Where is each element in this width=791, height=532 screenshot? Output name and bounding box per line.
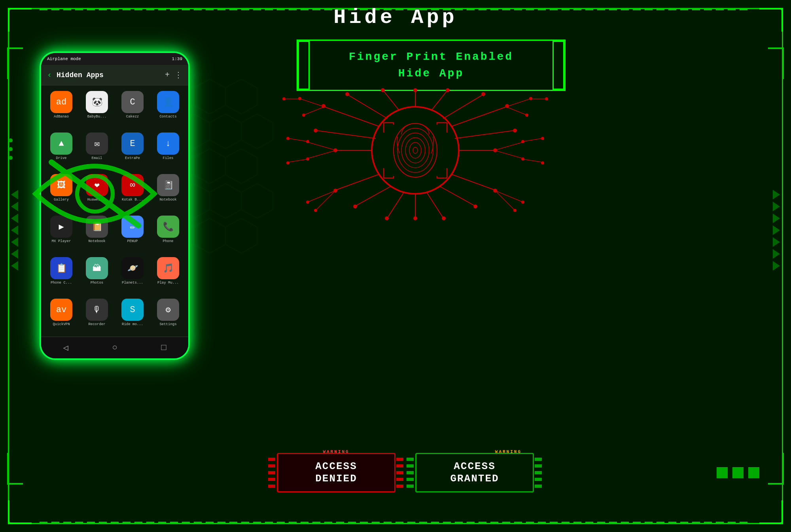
access-denied-badge: WARNING ACCESS DENIED — [277, 453, 396, 492]
app-item[interactable]: CCakezz — [115, 89, 149, 129]
app-name: Settings — [153, 322, 184, 326]
app-item[interactable]: adAdBanao — [44, 89, 78, 129]
svg-point-78 — [314, 209, 317, 212]
back-icon[interactable]: ‹ — [47, 70, 52, 80]
svg-line-81 — [495, 191, 514, 210]
svg-line-29 — [348, 95, 388, 119]
app-name: Photos — [81, 281, 112, 285]
app-icon: ↓ — [157, 133, 179, 155]
app-icon: 📓 — [157, 174, 179, 196]
svg-point-76 — [306, 201, 309, 204]
svg-point-88 — [541, 137, 544, 140]
svg-point-26 — [381, 88, 385, 92]
svg-line-71 — [427, 193, 443, 218]
svg-point-92 — [282, 97, 286, 100]
denied-warning-label: WARNING — [320, 449, 352, 455]
app-icon: ❤ — [86, 174, 108, 196]
svg-line-45 — [506, 99, 530, 107]
app-name: QuickVPN — [46, 322, 77, 326]
app-name: Email — [81, 156, 112, 160]
app-item[interactable]: 🎙Recorder — [80, 296, 114, 336]
svg-line-57 — [494, 142, 522, 150]
svg-point-82 — [513, 209, 517, 212]
app-item[interactable]: 🖼Gallery — [44, 172, 78, 212]
frame-bracket-right-bottom — [768, 453, 784, 485]
svg-line-87 — [522, 138, 542, 142]
app-name: Notebook — [153, 198, 184, 202]
nav-home[interactable]: ○ — [112, 343, 117, 353]
svg-line-65 — [356, 186, 392, 206]
app-icon: 👤 — [157, 91, 179, 113]
granted-text: ACCESS GRANTED — [450, 460, 499, 485]
app-item[interactable]: ↓Files — [151, 130, 185, 170]
app-icon: 🎙 — [86, 299, 108, 321]
app-icon: 🏔 — [86, 257, 108, 279]
app-icon: S — [121, 299, 144, 321]
svg-line-85 — [289, 159, 308, 162]
app-item[interactable]: ❤Huawei... — [80, 172, 114, 212]
app-item[interactable]: ∞Kotak B... — [115, 172, 149, 212]
app-item[interactable]: 🏔Photos — [80, 255, 114, 295]
svg-point-84 — [286, 137, 290, 140]
app-icon: ⚙ — [157, 299, 179, 321]
status-right: 1:39 — [172, 57, 182, 61]
app-name: BabyBu... — [81, 115, 112, 119]
app-item[interactable]: EExtraPe — [115, 130, 149, 170]
nav-back[interactable]: ◁ — [63, 343, 68, 353]
app-icon: ▶ — [50, 216, 72, 238]
app-item[interactable]: 👤Contacts — [151, 89, 185, 129]
svg-line-83 — [289, 138, 308, 142]
svg-point-22 — [413, 147, 418, 153]
app-name: Files — [153, 156, 184, 160]
app-item[interactable]: avQuickVPN — [44, 296, 78, 336]
svg-line-37 — [316, 131, 376, 138]
denied-left-deco — [268, 456, 276, 489]
app-item[interactable]: ⚙Settings — [151, 296, 185, 336]
app-item[interactable]: 📔Notebook — [80, 213, 114, 253]
svg-point-18 — [397, 128, 433, 172]
menu-button[interactable]: ⋮ — [174, 70, 182, 80]
app-icon: ▲ — [50, 133, 72, 155]
granted-right-deco — [535, 456, 543, 489]
svg-line-31 — [443, 95, 483, 119]
status-left: Airplane mode — [47, 57, 81, 61]
svg-point-44 — [302, 114, 305, 117]
add-button[interactable]: + — [165, 70, 170, 80]
app-name: Ride mo... — [117, 322, 148, 326]
app-item[interactable]: SRide mo... — [115, 296, 149, 336]
app-icon: av — [50, 299, 72, 321]
phone-title-bar: ‹ Hidden Apps + ⋮ — [41, 65, 188, 85]
nav-recent[interactable]: □ — [161, 343, 166, 353]
app-name: PENUP — [117, 239, 148, 243]
app-item[interactable]: 🎵Play Mu... — [151, 255, 185, 295]
svg-line-77 — [316, 191, 335, 210]
app-icon: 🖼 — [50, 174, 72, 196]
svg-line-33 — [324, 107, 380, 127]
phone-mockup: Airplane mode 1:39 ‹ Hidden Apps + ⋮ adA… — [40, 51, 190, 360]
app-item[interactable]: ▲Drive — [44, 130, 78, 170]
svg-line-35 — [451, 107, 506, 127]
svg-point-72 — [442, 216, 446, 220]
app-name: AdBanao — [46, 115, 77, 119]
app-item[interactable]: ▶MX Player — [44, 213, 78, 253]
app-name: Cakezz — [117, 115, 148, 119]
frame-dots-left — [9, 138, 13, 160]
svg-line-51 — [308, 142, 336, 150]
app-icon: ∞ — [121, 174, 144, 196]
app-item[interactable]: 📓Notebook — [151, 172, 185, 212]
app-item[interactable]: 🪐Planets... — [115, 255, 149, 295]
app-item[interactable]: ✏PENUP — [115, 213, 149, 253]
svg-point-86 — [286, 161, 290, 165]
svg-point-42 — [298, 97, 301, 100]
app-item[interactable]: 📞Phone — [151, 213, 185, 253]
app-icon: 🎵 — [157, 257, 179, 279]
svg-line-39 — [455, 131, 514, 138]
svg-point-17 — [394, 123, 437, 177]
bottom-squares — [717, 467, 759, 478]
svg-line-75 — [308, 191, 335, 202]
svg-point-30 — [345, 92, 349, 96]
app-item[interactable]: 🐼BabyBu... — [80, 89, 114, 129]
app-item[interactable]: ✉Email — [80, 130, 114, 170]
frame-bracket-left-top — [7, 47, 23, 79]
app-item[interactable]: 📋Phone C... — [44, 255, 78, 295]
